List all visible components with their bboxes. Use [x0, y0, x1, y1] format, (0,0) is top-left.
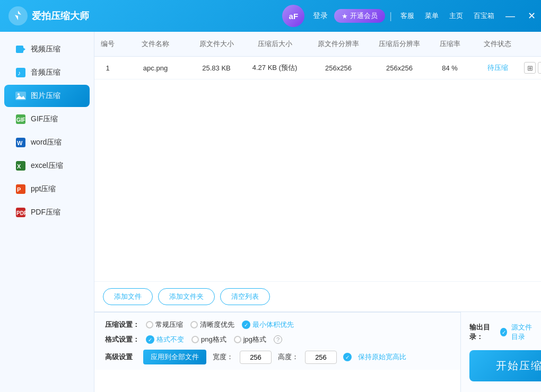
- format-radio-group: ✓ 格式不变 png格式 jpg格式 ?: [146, 335, 282, 344]
- cell-id: 1: [94, 64, 121, 72]
- minimize-button[interactable]: —: [501, 6, 520, 25]
- compress-smallest[interactable]: ✓ 最小体积优先: [242, 320, 294, 329]
- format-png-radio: [191, 336, 199, 343]
- svg-text:X: X: [17, 163, 21, 170]
- sidebar-item-excel[interactable]: X excel压缩: [4, 155, 90, 177]
- cell-filename: apc.png: [121, 64, 190, 72]
- clear-list-button[interactable]: 清空列表: [220, 288, 270, 305]
- vip-button[interactable]: ★ 开通会员: [334, 9, 385, 23]
- action-preview-btn[interactable]: ⊞: [524, 62, 536, 74]
- svg-text:P: P: [17, 186, 21, 193]
- vip-avatar[interactable]: aF: [282, 5, 304, 27]
- sidebar-label-image: 图片压缩: [31, 91, 60, 101]
- sidebar-label-audio: 音频压缩: [31, 68, 60, 77]
- sidebar-item-ppt[interactable]: P ppt压缩: [4, 178, 90, 200]
- output-label: 输出目录：: [469, 323, 496, 342]
- height-label: 高度：: [278, 352, 299, 362]
- compress-normal[interactable]: 常规压缩: [146, 320, 183, 329]
- compress-clarity-radio: [190, 321, 198, 328]
- col-orig-size: 原文件大小: [190, 37, 243, 51]
- col-filename: 文件名称: [121, 37, 190, 51]
- app-title: 爱拍压缩大师: [32, 10, 89, 22]
- svg-text:PDF: PDF: [16, 210, 27, 216]
- sidebar-item-video[interactable]: 视频压缩: [4, 38, 90, 60]
- add-folder-button[interactable]: 添加文件夹: [158, 288, 215, 305]
- cell-comp-size: 4.27 KB (预估): [243, 63, 307, 73]
- action-open-btn[interactable]: ☐: [538, 62, 541, 74]
- video-icon: [15, 43, 27, 55]
- format-help-icon[interactable]: ?: [274, 335, 282, 344]
- col-action: 操作: [524, 37, 541, 51]
- col-comp-res: 压缩后分辨率: [370, 37, 429, 51]
- login-button[interactable]: 登录: [309, 9, 332, 23]
- cell-comp-res: 256x256: [370, 64, 429, 72]
- svg-text:♪: ♪: [18, 69, 21, 77]
- cell-orig-size: 25.83 KB: [190, 64, 243, 72]
- titlebar: 爱拍压缩大师 aF 登录 ★ 开通会员 | 客服 菜单 主页 百宝箱 — ✕: [0, 0, 541, 32]
- compress-radio-group: 常规压缩 清晰度优先 ✓ 最小体积优先: [146, 320, 294, 329]
- col-comp-size: 压缩后大小: [243, 37, 307, 51]
- cell-orig-res: 256x256: [307, 64, 370, 72]
- advanced-settings-row: 高级设置 应用到全部文件 宽度： 高度： ✓ 保持原始宽高比: [105, 350, 450, 364]
- svg-point-6: [18, 93, 20, 95]
- nav-menu[interactable]: 菜单: [421, 9, 443, 23]
- sidebar-label-gif: GIF压缩: [31, 114, 58, 124]
- settings-panel: 压缩设置： 常规压缩 清晰度优先 ✓: [94, 312, 460, 370]
- sidebar: 视频压缩 ♪ 音频压缩 图片压缩 GIF GIF压缩 W word压缩: [0, 32, 94, 392]
- format-unchanged-check: ✓: [146, 335, 154, 344]
- sidebar-label-word: word压缩: [31, 138, 62, 147]
- sidebar-item-pdf[interactable]: PDF PDF压缩: [4, 201, 90, 224]
- titlebar-right: aF 登录 ★ 开通会员 | 客服 菜单 主页 百宝箱 — ✕: [282, 0, 541, 32]
- advanced-label: 高级设置: [105, 352, 137, 362]
- keep-ratio-check: ✓: [343, 353, 352, 361]
- height-input[interactable]: [305, 351, 337, 364]
- format-jpg[interactable]: jpg格式: [234, 335, 266, 344]
- nav-service[interactable]: 客服: [396, 9, 418, 23]
- nav-separator: |: [389, 11, 392, 22]
- table-header: 编号 文件名称 原文件大小 压缩后大小 原文件分辨率 压缩后分辨率 压缩率 文件…: [94, 32, 541, 57]
- settings-container: 压缩设置： 常规压缩 清晰度优先 ✓: [94, 312, 460, 392]
- cell-ratio: 84 %: [429, 64, 471, 72]
- close-button[interactable]: ✕: [522, 6, 541, 25]
- start-compress-button[interactable]: 开始压缩: [469, 350, 541, 381]
- file-table: 编号 文件名称 原文件大小 压缩后大小 原文件分辨率 压缩后分辨率 压缩率 文件…: [94, 32, 541, 311]
- apply-all-button[interactable]: 应用到全部文件: [143, 350, 206, 364]
- add-file-button[interactable]: 添加文件: [103, 288, 153, 305]
- image-icon: [15, 90, 27, 102]
- sidebar-label-ppt: ppt压缩: [31, 184, 56, 194]
- sidebar-label-pdf: PDF压缩: [31, 208, 60, 217]
- cell-actions: ⊞ ☐ 📁 🗑: [524, 62, 541, 74]
- sidebar-item-gif[interactable]: GIF GIF压缩: [4, 108, 90, 130]
- content-area: 编号 文件名称 原文件大小 压缩后大小 原文件分辨率 压缩后分辨率 压缩率 文件…: [94, 32, 541, 392]
- word-icon: W: [15, 137, 27, 148]
- sidebar-label-excel: excel压缩: [31, 161, 63, 171]
- app-logo-icon: [8, 6, 28, 25]
- sidebar-label-video: 视频压缩: [31, 44, 60, 54]
- ppt-icon: P: [15, 183, 27, 195]
- col-ratio: 压缩率: [429, 37, 471, 51]
- output-source-option[interactable]: 源文件目录: [511, 323, 538, 342]
- compress-settings-row: 压缩设置： 常规压缩 清晰度优先 ✓: [105, 320, 450, 329]
- col-status: 文件状态: [471, 37, 524, 51]
- main-layout: 视频压缩 ♪ 音频压缩 图片压缩 GIF GIF压缩 W word压缩: [0, 32, 541, 392]
- format-settings-row: 格式设置： ✓ 格式不变 png格式: [105, 335, 450, 344]
- compress-smallest-check: ✓: [242, 320, 250, 329]
- compress-label: 压缩设置：: [105, 320, 139, 329]
- sidebar-item-audio[interactable]: ♪ 音频压缩: [4, 61, 90, 84]
- width-label: 宽度：: [213, 352, 233, 362]
- table-row: 1 apc.png 25.83 KB 4.27 KB (预估) 256x256 …: [94, 57, 541, 79]
- pdf-icon: PDF: [15, 207, 27, 218]
- width-input[interactable]: [240, 351, 272, 364]
- gif-icon: GIF: [15, 113, 27, 125]
- nav-treasure[interactable]: 百宝箱: [469, 9, 499, 23]
- svg-rect-1: [16, 46, 23, 53]
- format-unchanged[interactable]: ✓ 格式不变: [146, 335, 184, 344]
- compress-clarity[interactable]: 清晰度优先: [190, 320, 234, 329]
- nav-home[interactable]: 主页: [445, 9, 467, 23]
- output-dir-row: 输出目录： ✓ 源文件目录 自定义: [469, 323, 541, 342]
- sidebar-item-image[interactable]: 图片压缩: [4, 85, 90, 107]
- app-logo: 爱拍压缩大师: [8, 6, 89, 25]
- audio-icon: ♪: [15, 67, 27, 78]
- sidebar-item-word[interactable]: W word压缩: [4, 131, 90, 154]
- format-png[interactable]: png格式: [191, 335, 226, 344]
